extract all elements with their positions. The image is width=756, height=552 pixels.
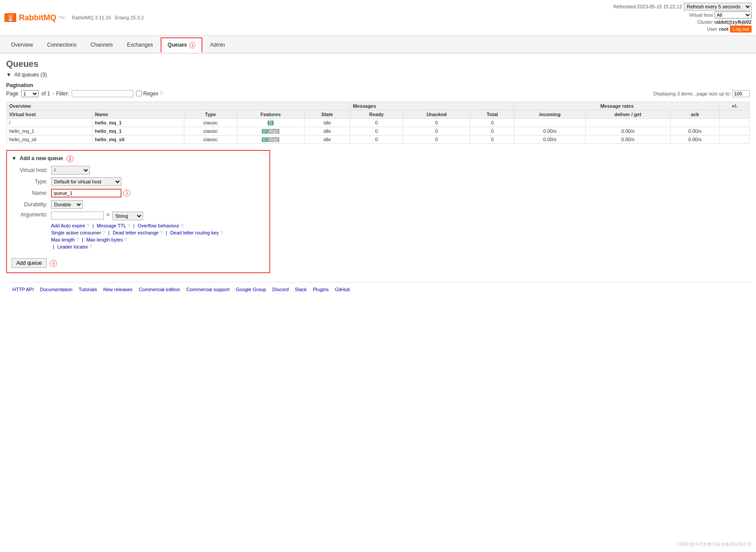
table-row[interactable]: hello_mq_sithello_mq_sitclassicDArgsidle… [7, 135, 750, 143]
cell-vhost: / [7, 118, 92, 127]
auto-expire-help[interactable]: ? [87, 223, 89, 228]
add-queue-title: ▼ Add a new queue 2 [11, 155, 265, 162]
add-arguments-label: Arguments: [11, 212, 51, 218]
add-queue-collapse[interactable]: ▼ [11, 155, 17, 161]
message-ttl-link[interactable]: Message TTL [97, 223, 128, 228]
overflow-behaviour-link[interactable]: Overflow behaviour [138, 223, 181, 228]
th-unacked: Unacked [403, 110, 470, 118]
cell-type: classic [184, 135, 237, 143]
regex-checkbox[interactable] [136, 91, 142, 96]
nav-queues[interactable]: Queues 1 [161, 37, 202, 53]
table-row[interactable]: /hello_mq_1classicDidle000 [7, 118, 750, 127]
dead-letter-exchange-link[interactable]: Dead letter exchange [113, 230, 160, 235]
name-badge: 3 [123, 190, 130, 197]
page-select[interactable]: 1 [21, 90, 39, 97]
single-active-help[interactable]: ? [103, 230, 105, 235]
nav-channels[interactable]: Channels [84, 38, 120, 52]
add-args-row-1: Add Auto expire ? | Message TTL ? | Over… [51, 223, 265, 228]
collapse-triangle[interactable]: ▼ [6, 72, 11, 78]
user-value: root [719, 26, 728, 32]
dead-letter-exchange-help[interactable]: ? [160, 230, 163, 235]
leader-locator-link[interactable]: Leader locator [57, 244, 89, 249]
nav-overview[interactable]: Overview [4, 38, 40, 52]
auto-expire-link[interactable]: Auto expire [61, 223, 87, 228]
th-state: State [305, 110, 350, 118]
feature-d-badge: D [268, 121, 273, 125]
add-queue-btn-row: Add queue 4 [11, 254, 265, 268]
max-length-bytes-link[interactable]: Max length bytes [86, 237, 124, 242]
max-length-help[interactable]: ? [76, 237, 79, 242]
add-durability-label: Durability: [11, 201, 51, 208]
durability-form-row: Durability: Durable Transient [11, 200, 265, 209]
type-form-row: Type: Default for virtual host Classic Q… [11, 177, 265, 186]
filter-label: - Filter: [53, 91, 69, 97]
cell-ready: 0 [350, 127, 403, 135]
refresh-select[interactable]: Refresh every 5 seconds Refresh every 10… [684, 3, 752, 11]
page-title: Queues [6, 59, 750, 69]
cluster-row: Cluster rabbit@zyfkjb02 [613, 19, 752, 25]
max-length-link[interactable]: Max length [51, 237, 76, 242]
regex-help[interactable]: ? [160, 91, 163, 97]
dead-letter-routing-link[interactable]: Dead letter routing key [170, 230, 220, 235]
add-queue-badge: 2 [66, 155, 73, 162]
th-plus-minus[interactable]: +/- [719, 102, 749, 110]
th-type: Type [184, 110, 237, 118]
cell-state: idle [305, 135, 350, 143]
logo-text: RabbitMQ [19, 13, 56, 22]
dead-letter-routing-help[interactable]: ? [220, 230, 223, 235]
th-overview: Overview [7, 102, 350, 110]
th-incoming: incoming [514, 110, 585, 118]
nav-admin[interactable]: Admin [203, 38, 231, 52]
args-value-input[interactable] [51, 212, 104, 219]
footer-link-github[interactable]: GitHub [335, 287, 350, 292]
th-messages: Messages [350, 102, 514, 110]
vhost-row: Virtual host All / hello_mq_1 hello_mq_s… [613, 11, 752, 18]
vhost-form-row: Virtual host: / hello_mq_1 hello_mq_sit [11, 166, 265, 175]
footer-link-commercial-support[interactable]: Commercial support [186, 287, 229, 292]
footer-link-discord[interactable]: Discord [272, 287, 289, 292]
footer-link-slack[interactable]: Slack [295, 287, 307, 292]
leader-locator-help[interactable]: ? [89, 244, 92, 249]
add-durability-select[interactable]: Durable Transient [51, 200, 83, 209]
add-queue-button[interactable]: Add queue [11, 258, 47, 268]
vhost-select[interactable]: All / hello_mq_1 hello_mq_sit [715, 11, 752, 18]
footer-link-google-group[interactable]: Google Group [236, 287, 266, 292]
logo-tm: TM [59, 15, 65, 20]
th-ack: ack [670, 110, 719, 118]
footer-link-plugins[interactable]: Plugins [313, 287, 329, 292]
refresh-label: Refreshed 2023-05-15 15:22:12 [613, 4, 682, 9]
max-length-bytes-help[interactable]: ? [124, 237, 127, 242]
nav-connections[interactable]: Connections [40, 38, 83, 52]
footer-link-documentation[interactable]: Documentation [40, 287, 73, 292]
feature-args-badge[interactable]: Args [268, 137, 279, 142]
cell-total: 0 [470, 135, 514, 143]
footer-link-http-api[interactable]: HTTP API [12, 287, 34, 292]
cell-vhost: hello_mq_sit [7, 135, 92, 143]
nav-exchanges[interactable]: Exchanges [120, 38, 159, 52]
footer-link-commercial-edition[interactable]: Commercial edition [139, 287, 180, 292]
cell-incoming: 0.00/s [514, 135, 585, 143]
args-type-select[interactable]: String Number Boolean List [112, 212, 143, 220]
overflow-behaviour-help[interactable]: ? [180, 223, 183, 228]
table-row[interactable]: hello_mq_1hello_mq_1classicDArgsidle0000… [7, 127, 750, 135]
of-label: of 1 [41, 91, 50, 97]
cell-features: D [237, 118, 304, 127]
cell-actions [719, 135, 749, 143]
footer-link-new-releases[interactable]: New releases [103, 287, 132, 292]
cell-total: 0 [470, 127, 514, 135]
add-type-select[interactable]: Default for virtual host Classic Quorum … [51, 177, 121, 186]
all-queues-label: ▼ All queues (3) [6, 72, 750, 78]
feature-args-badge[interactable]: Args [268, 129, 279, 134]
add-name-input[interactable] [51, 189, 121, 197]
page-size-input[interactable] [732, 90, 750, 97]
add-vhost-select[interactable]: / hello_mq_1 hello_mq_sit [51, 166, 90, 175]
filter-input[interactable] [72, 90, 133, 97]
cell-ready: 0 [350, 118, 403, 127]
logout-button[interactable]: Log out [730, 26, 752, 33]
cell-features: DArgs [237, 127, 304, 135]
single-active-link[interactable]: Single active consumer [51, 230, 103, 235]
add-queue-btn-badge: 4 [50, 260, 57, 267]
footer-link-tutorials[interactable]: Tutorials [79, 287, 97, 292]
message-ttl-help[interactable]: ? [128, 223, 130, 228]
add-label: Add [51, 223, 60, 228]
